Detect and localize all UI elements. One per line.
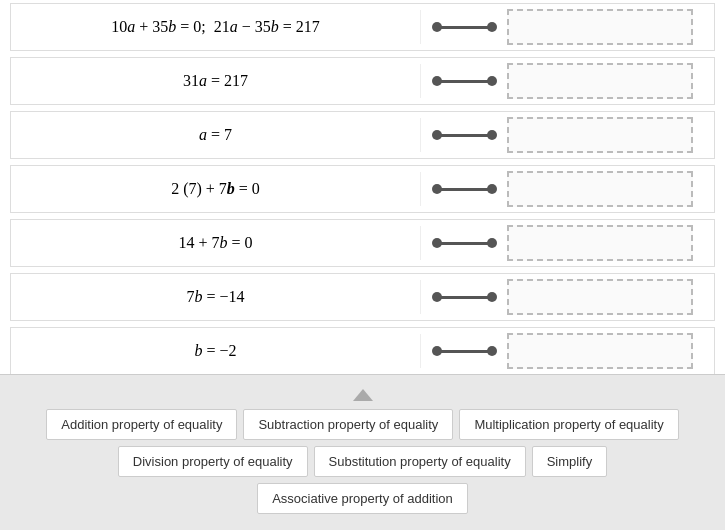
drop-zone-3[interactable]: [507, 117, 693, 153]
drop-zone-7[interactable]: [507, 333, 693, 369]
equation-right-2: [421, 50, 714, 112]
equation-row-2: 31a = 217: [10, 57, 715, 105]
answer-buttons-row-3: Associative property of addition: [10, 483, 715, 514]
equation-row-7: b = −2: [10, 327, 715, 374]
equation-text-5: 14 + 7b = 0: [11, 226, 421, 260]
equation-text-2: 31a = 217: [11, 64, 421, 98]
btn-division-property[interactable]: Division property of equality: [118, 446, 308, 477]
equation-right-5: [421, 212, 714, 274]
arrow-indicator: [10, 389, 715, 401]
drop-zone-5[interactable]: [507, 225, 693, 261]
answer-buttons-row-2: Division property of equality Substituti…: [10, 446, 715, 477]
drag-handle-3[interactable]: [437, 134, 492, 137]
equation-row-4: 2 (7) + 7b = 0: [10, 165, 715, 213]
equation-right-7: [421, 320, 714, 374]
equation-text-6: 7b = −14: [11, 280, 421, 314]
equation-text-4: 2 (7) + 7b = 0: [11, 172, 421, 206]
drop-zone-6[interactable]: [507, 279, 693, 315]
equations-area: 10a + 35b = 0; 21a − 35b = 217 31a = 217…: [0, 0, 725, 374]
btn-addition-property[interactable]: Addition property of equality: [46, 409, 237, 440]
equation-row-3: a = 7: [10, 111, 715, 159]
equation-text-1: 10a + 35b = 0; 21a − 35b = 217: [11, 10, 421, 44]
btn-simplify[interactable]: Simplify: [532, 446, 608, 477]
btn-associative-property[interactable]: Associative property of addition: [257, 483, 468, 514]
btn-multiplication-property[interactable]: Multiplication property of equality: [459, 409, 678, 440]
equation-row-5: 14 + 7b = 0: [10, 219, 715, 267]
answer-buttons-row-1: Addition property of equality Subtractio…: [10, 409, 715, 440]
drop-zone-1[interactable]: [507, 9, 693, 45]
btn-substitution-property[interactable]: Substitution property of equality: [314, 446, 526, 477]
drag-handle-6[interactable]: [437, 296, 492, 299]
drop-zone-2[interactable]: [507, 63, 693, 99]
drag-handle-1[interactable]: [437, 26, 492, 29]
equation-right-6: [421, 266, 714, 328]
drop-zone-4[interactable]: [507, 171, 693, 207]
equation-right-3: [421, 104, 714, 166]
drag-handle-7[interactable]: [437, 350, 492, 353]
answers-panel: Addition property of equality Subtractio…: [0, 374, 725, 530]
equation-text-7: b = −2: [11, 334, 421, 368]
equation-row-6: 7b = −14: [10, 273, 715, 321]
up-arrow-icon: [353, 389, 373, 401]
drag-handle-4[interactable]: [437, 188, 492, 191]
equation-row-1: 10a + 35b = 0; 21a − 35b = 217: [10, 3, 715, 51]
drag-handle-5[interactable]: [437, 242, 492, 245]
equation-right-4: [421, 158, 714, 220]
btn-subtraction-property[interactable]: Subtraction property of equality: [243, 409, 453, 440]
equation-text-3: a = 7: [11, 118, 421, 152]
drag-handle-2[interactable]: [437, 80, 492, 83]
